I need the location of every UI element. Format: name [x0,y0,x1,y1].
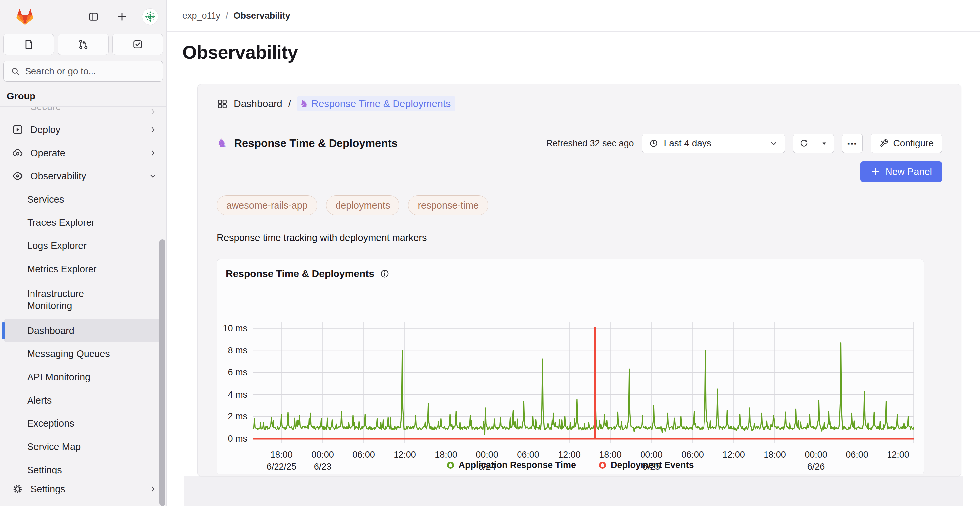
svg-text:00:00: 00:00 [640,450,663,460]
chart-panel-title: Response Time & Deployments [226,268,374,279]
sidebar-item-label: Deploy [30,124,60,135]
sidebar-item-metrics-explorer[interactable]: Metrics Explorer [4,257,162,280]
sidebar-item-dashboard[interactable]: Dashboard [4,319,162,342]
sidebar-context-label: Group [0,81,166,107]
sidebar-item-api-monitoring[interactable]: API Monitoring [4,365,162,388]
dashboard-breadcrumb: Dashboard / ♞ Response Time & Deployment… [217,84,942,120]
sidebar-item-operate[interactable]: Operate [4,141,162,164]
sidebar-item-observability[interactable]: Observability [4,164,162,188]
clock-icon [649,138,659,148]
sidebar-nav: SecureDeployOperateObservabilityServices… [0,107,166,474]
sidebar-item-deploy[interactable]: Deploy [4,118,162,141]
svg-text:0 ms: 0 ms [228,434,247,444]
sidebar-item-label: Metrics Explorer [27,263,130,275]
sidebar-item-settings[interactable]: Settings [4,458,162,474]
search-input[interactable]: Search or go to... [3,60,163,81]
eye-icon [12,170,23,182]
sidebar-item-label: Observability [30,170,86,182]
sidebar-item-infrastructure-monitoring[interactable]: Infrastructure Monitoring [4,280,162,319]
refreshed-status: Refreshed 32 sec ago [546,138,633,148]
collapse-sidebar-button[interactable] [85,8,102,25]
tag-response-time[interactable]: response-time [408,195,488,215]
breadcrumb-separator: / [226,11,228,21]
window-scrollbar-gutter[interactable] [963,32,980,506]
new-panel-button[interactable]: New Panel [860,161,942,182]
sidebar-item-label: Exceptions [27,417,130,430]
svg-text:10 ms: 10 ms [223,323,247,333]
chart-panel: Response Time & Deployments 0 ms2 ms4 ms… [217,259,924,474]
sidebar-item-partial[interactable]: Secure [4,107,162,117]
refresh-interval-caret-button[interactable] [815,134,834,153]
more-actions-button[interactable]: ⋯ [842,134,863,153]
sidebar-footer: Settings [0,474,166,506]
dashboard-breadcrumb-current-link[interactable]: ♞ Response Time & Deployments [297,96,455,111]
svg-text:12:00: 12:00 [558,450,581,460]
sidebar-scrollbar[interactable] [159,239,165,506]
dashboard-breadcrumb-root-link[interactable]: Dashboard [234,98,282,110]
dashboard-description: Response time tracking with deployment m… [217,232,942,243]
tag-deployments[interactable]: deployments [326,195,399,215]
time-range-dropdown[interactable]: Last 4 days [642,134,785,153]
info-icon[interactable] [380,269,390,278]
sidebar-header [0,0,166,33]
plus-icon [870,167,880,177]
breadcrumb: exp_o11y / Observability [167,0,980,32]
svg-text:12:00: 12:00 [887,450,909,460]
sidebar-item-label: Alerts [27,394,130,406]
chart-legend: Application Response TimeDeployment Even… [217,460,924,470]
chevron-down-icon [148,172,157,180]
refresh-button[interactable] [793,134,815,153]
svg-text:00:00: 00:00 [311,450,334,460]
dashboard-title: Response Time & Deployments [234,137,398,150]
plus-icon [116,11,128,22]
gear-icon [12,484,23,495]
avatar[interactable] [142,8,159,25]
svg-text:06:00: 06:00 [681,450,704,460]
legend-marker-icon [447,461,454,469]
legend-item[interactable]: Deployment Events [599,460,694,470]
chevron-right-icon [148,485,157,493]
svg-text:18:00: 18:00 [764,450,786,460]
sidebar-item-label: Settings [27,464,130,474]
sidebar-item-exceptions[interactable]: Exceptions [4,412,162,435]
svg-text:18:00: 18:00 [599,450,622,460]
super-sidebar: Search or go to... Group SecureDeployOpe… [0,0,167,506]
todos-shortcut-button[interactable] [112,34,163,55]
dashboard-header: ♞ Response Time & Deployments Refreshed … [217,134,942,153]
svg-text:06:00: 06:00 [352,450,375,460]
legend-item[interactable]: Application Response Time [447,460,576,470]
sidebar-item-services[interactable]: Services [4,188,162,211]
sidebar-panel-icon [88,11,99,22]
tools-icon [879,138,889,148]
breadcrumb-page: Observability [234,11,290,21]
sidebar-item-settings[interactable]: Settings [4,477,162,501]
sidebar-item-label: Services [27,193,130,205]
svg-text:2 ms: 2 ms [228,412,247,422]
sidebar-item-messaging-queues[interactable]: Messaging Queues [4,342,162,365]
svg-text:18:00: 18:00 [434,450,457,460]
create-new-button[interactable] [113,8,130,25]
configure-button[interactable]: Configure [870,134,942,153]
time-range-value: Last 4 days [664,138,764,148]
sidebar-item-traces-explorer[interactable]: Traces Explorer [4,211,162,234]
sidebar-item-logs-explorer[interactable]: Logs Explorer [4,234,162,257]
dashboard-tags: awesome-rails-appdeploymentsresponse-tim… [217,195,942,215]
sidebar-item-label: Traces Explorer [27,216,130,229]
sidebar-item-alerts[interactable]: Alerts [4,388,162,412]
search-placeholder: Search or go to... [25,66,96,76]
svg-text:8 ms: 8 ms [228,345,247,355]
gitlab-logo-icon[interactable] [15,7,35,26]
merge-requests-shortcut-button[interactable] [58,34,108,55]
tag-awesome-rails-app[interactable]: awesome-rails-app [217,195,317,215]
svg-text:4 ms: 4 ms [228,390,247,399]
refresh-icon [799,138,809,148]
sidebar-item-service-map[interactable]: Service Map [4,435,162,458]
legend-label: Deployment Events [611,460,694,470]
sidebar-item-label: Logs Explorer [27,240,130,252]
sidebar-shortcuts [0,34,166,55]
main-content: exp_o11y / Observability Observability D… [167,0,980,506]
chevron-down-icon [770,139,778,148]
carousel-horse-emoji: ♞ [217,136,228,150]
breadcrumb-group-link[interactable]: exp_o11y [182,11,221,21]
issues-shortcut-button[interactable] [3,34,54,55]
